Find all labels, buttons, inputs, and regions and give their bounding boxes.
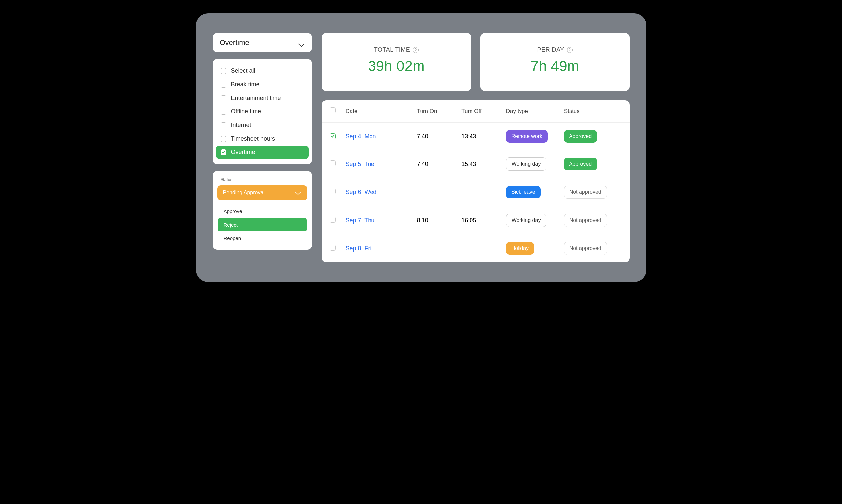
checkbox-icon <box>221 82 226 88</box>
row-checkbox[interactable] <box>330 217 336 222</box>
filter-item-label: Offline time <box>231 108 261 115</box>
status-badge: Not approved <box>564 214 607 227</box>
cell-turn-off: 15:43 <box>461 161 506 168</box>
date-link[interactable]: Sep 5, Tue <box>346 161 375 167</box>
cell-turn-off: 16:05 <box>461 217 506 224</box>
filter-item-label: Internet <box>231 122 251 129</box>
date-link[interactable]: Sep 8, Fri <box>346 245 372 252</box>
summary-total-time-label: TOTAL TIME ? <box>374 46 418 53</box>
checkbox-icon <box>221 122 226 128</box>
row-checkbox[interactable] <box>330 188 336 195</box>
status-option[interactable]: Approve <box>218 204 307 218</box>
summary-row: TOTAL TIME ? 39h 02m PER DAY ? 7h 49m <box>322 33 630 91</box>
summary-per-day: PER DAY ? 7h 49m <box>480 33 630 91</box>
status-badge: Not approved <box>564 242 607 255</box>
cell-turn-on: 7:40 <box>417 133 462 140</box>
status-badge: Approved <box>564 158 597 170</box>
col-turn-off: Turn Off <box>461 108 506 115</box>
help-icon[interactable]: ? <box>567 47 573 53</box>
summary-total-time-value: 39h 02m <box>328 58 465 74</box>
checkbox-icon <box>221 68 226 74</box>
row-checkbox[interactable] <box>330 245 336 251</box>
filter-dropdown-label: Overtime <box>220 38 249 47</box>
status-badge: Not approved <box>564 185 607 199</box>
col-turn-on: Turn On <box>417 108 462 115</box>
checkbox-icon <box>221 149 226 156</box>
table-row: Sep 8, FriHolidayNot approved <box>322 234 630 262</box>
day-type-badge: Remote work <box>506 130 548 143</box>
row-checkbox[interactable] <box>330 133 336 139</box>
select-all-checkbox[interactable] <box>330 107 336 113</box>
table-header: Date Turn On Turn Off Day type Status <box>322 100 630 123</box>
filter-item-label: Timesheet hours <box>231 135 275 142</box>
col-date: Date <box>346 108 417 115</box>
summary-per-day-label-text: PER DAY <box>537 46 564 53</box>
filter-item-label: Break time <box>231 81 260 88</box>
status-select-value: Pending Approval <box>223 190 264 196</box>
table-row: Sep 4, Mon7:4013:43Remote workApproved <box>322 123 630 150</box>
checkbox-icon <box>221 95 226 101</box>
help-icon[interactable]: ? <box>413 47 418 53</box>
date-link[interactable]: Sep 6, Wed <box>346 189 377 195</box>
cell-turn-on: 8:10 <box>417 217 462 224</box>
chevron-down-icon <box>295 191 301 195</box>
filter-item[interactable]: Timesheet hours <box>216 132 309 145</box>
day-type-badge: Holiday <box>506 242 534 255</box>
chevron-down-icon <box>298 41 305 44</box>
col-status: Status <box>564 108 622 115</box>
status-title: Status <box>216 177 309 185</box>
status-options: ApproveRejectReopen <box>216 204 309 245</box>
sidebar: Overtime Select allBreak timeEntertainme… <box>212 33 312 262</box>
date-link[interactable]: Sep 7, Thu <box>346 217 375 223</box>
timesheet-table: Date Turn On Turn Off Day type Status Se… <box>322 100 630 262</box>
filter-item[interactable]: Offline time <box>216 105 309 119</box>
filter-item[interactable]: Entertainment time <box>216 91 309 105</box>
filter-list: Select allBreak timeEntertainment timeOf… <box>212 59 312 164</box>
filter-item[interactable]: Internet <box>216 119 309 132</box>
status-panel: Status Pending Approval ApproveRejectReo… <box>212 171 312 250</box>
summary-per-day-label: PER DAY ? <box>537 46 572 53</box>
app-frame: Overtime Select allBreak timeEntertainme… <box>196 13 646 282</box>
filter-item-label: Overtime <box>231 149 255 156</box>
content: TOTAL TIME ? 39h 02m PER DAY ? 7h 49m Da… <box>322 33 630 262</box>
summary-total-time-label-text: TOTAL TIME <box>374 46 410 53</box>
filter-item-label: Entertainment time <box>231 94 281 102</box>
summary-total-time: TOTAL TIME ? 39h 02m <box>322 33 471 91</box>
row-checkbox[interactable] <box>330 160 336 166</box>
status-option[interactable]: Reject <box>218 218 307 232</box>
filter-dropdown[interactable]: Overtime <box>212 33 312 52</box>
table-row: Sep 7, Thu8:1016:05Working dayNot approv… <box>322 206 630 234</box>
table-body: Sep 4, Mon7:4013:43Remote workApprovedSe… <box>322 123 630 262</box>
table-row: Sep 6, WedSick leaveNot approved <box>322 178 630 206</box>
status-select[interactable]: Pending Approval <box>217 185 307 200</box>
filter-item[interactable]: Break time <box>216 78 309 91</box>
filter-item[interactable]: Select all <box>216 64 309 78</box>
checkbox-icon <box>221 109 226 115</box>
table-row: Sep 5, Tue7:4015:43Working dayApproved <box>322 150 630 178</box>
checkbox-icon <box>221 136 226 142</box>
summary-per-day-value: 7h 49m <box>487 58 623 74</box>
filter-item-label: Select all <box>231 68 255 74</box>
day-type-badge: Working day <box>506 158 547 170</box>
status-option[interactable]: Reopen <box>218 232 307 245</box>
filter-item[interactable]: Overtime <box>216 145 309 159</box>
day-type-badge: Working day <box>506 214 547 227</box>
date-link[interactable]: Sep 4, Mon <box>346 133 376 140</box>
day-type-badge: Sick leave <box>506 186 541 198</box>
col-day-type: Day type <box>506 108 564 115</box>
cell-turn-off: 13:43 <box>461 133 506 140</box>
cell-turn-on: 7:40 <box>417 161 462 168</box>
status-badge: Approved <box>564 130 597 143</box>
